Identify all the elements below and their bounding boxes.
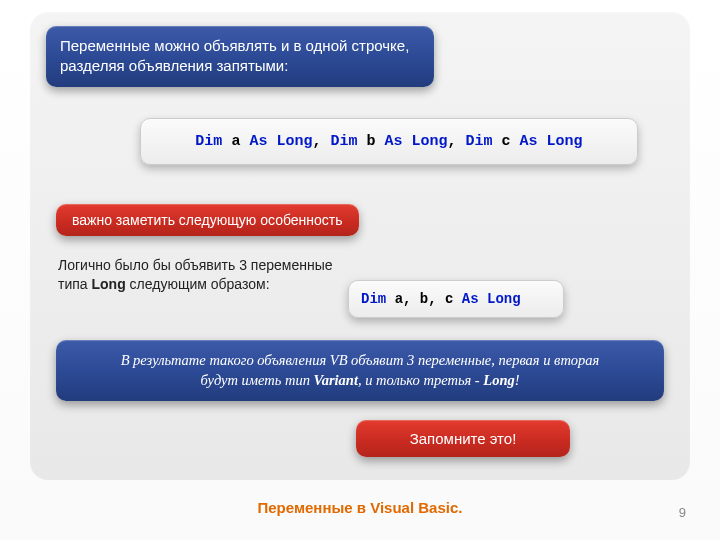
var-c: c	[502, 133, 511, 150]
result-explanation: В результате такого объявления VB объяви…	[56, 340, 664, 401]
result-line1: В результате такого объявления VB объяви…	[121, 352, 600, 368]
page-number: 9	[679, 505, 686, 520]
var-a: a	[231, 133, 240, 150]
important-note-callout: важно заметить следующую особенность	[56, 204, 359, 236]
remember-text: Запомните это!	[410, 430, 517, 447]
kw-as: As Long	[462, 291, 521, 307]
important-note-text: важно заметить следующую особенность	[72, 212, 343, 228]
para-bold: Long	[92, 276, 126, 292]
remember-callout: Запомните это!	[356, 420, 570, 457]
kw-as: As Long	[520, 133, 583, 150]
kw-as: As Long	[249, 133, 312, 150]
var-b: b	[366, 133, 375, 150]
footer-title: Переменные в Visual Basic.	[0, 499, 720, 516]
variant-word: Variant	[314, 372, 358, 388]
long-word: Long	[483, 372, 514, 388]
kw-dim: Dim	[195, 133, 222, 150]
result-line2a: будут иметь тип	[200, 372, 313, 388]
code-example-short: Dim a, b, c As Long	[348, 280, 564, 318]
title-callout: Переменные можно объявлять и в одной стр…	[46, 26, 434, 87]
result-line2c: , и только третья -	[358, 372, 483, 388]
para-suffix: следующим образом:	[126, 276, 270, 292]
kw-as: As Long	[385, 133, 448, 150]
footer-text: Переменные в Visual Basic.	[258, 499, 463, 516]
kw-dim: Dim	[361, 291, 386, 307]
kw-dim: Dim	[330, 133, 357, 150]
result-line2e: !	[515, 372, 520, 388]
vars-list: a, b, c	[395, 291, 454, 307]
title-text: Переменные можно объявлять и в одной стр…	[60, 37, 409, 74]
code-example-main: Dim a As Long, Dim b As Long, Dim c As L…	[140, 118, 638, 165]
explanation-paragraph: Логично было бы объявить 3 переменные ти…	[58, 256, 358, 294]
kw-dim: Dim	[466, 133, 493, 150]
